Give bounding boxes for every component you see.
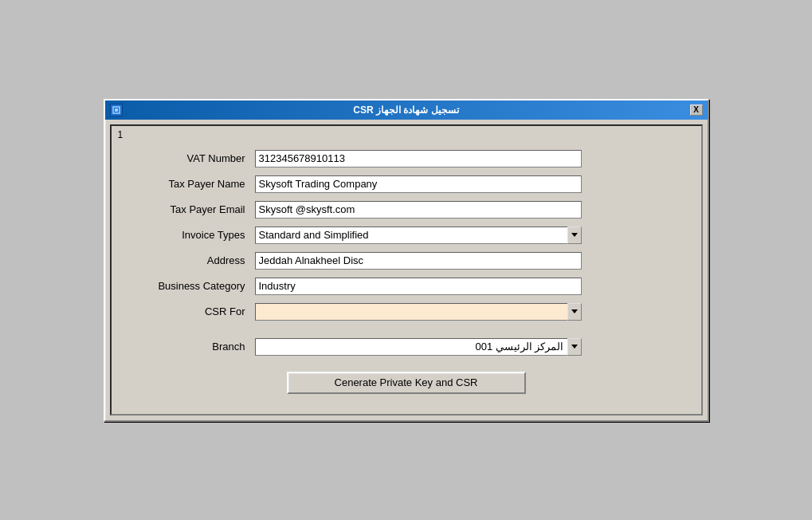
branch-label: Branch	[127, 341, 255, 353]
vat-number-row: VAT Number	[127, 150, 685, 167]
invoice-types-dropdown-btn[interactable]	[567, 227, 582, 244]
title-bar-controls: X	[690, 104, 703, 116]
csr-for-input[interactable]	[255, 303, 567, 321]
invoice-types-select-wrapper	[255, 227, 582, 244]
generate-button[interactable]: Cenerate Private Key and CSR	[287, 372, 526, 394]
invoice-types-input[interactable]	[255, 227, 567, 244]
tax-payer-email-row: Tax Payer Email	[127, 201, 685, 219]
branch-input[interactable]	[255, 338, 567, 356]
branch-select-wrapper	[255, 338, 582, 356]
close-icon: X	[693, 105, 699, 114]
csr-for-row: CSR For	[127, 303, 685, 321]
window-title: تسجيل شهادة الجهاز CSR	[353, 104, 458, 116]
tax-payer-name-label: Tax Payer Name	[127, 178, 255, 190]
svg-rect-1	[115, 108, 118, 112]
content-area: 1 VAT Number Tax Payer Name Tax Payer Em…	[110, 124, 703, 416]
tax-payer-email-input[interactable]	[255, 201, 582, 219]
invoice-types-row: Invoice Types	[127, 227, 685, 244]
vat-number-input[interactable]	[255, 150, 582, 167]
chevron-down-icon	[571, 233, 578, 237]
tax-payer-name-input[interactable]	[255, 175, 582, 193]
spacer	[127, 329, 685, 338]
csr-for-dropdown-btn[interactable]	[567, 303, 582, 321]
branch-dropdown-btn[interactable]	[567, 338, 582, 356]
business-category-input[interactable]	[255, 278, 582, 295]
form-container: VAT Number Tax Payer Name Tax Payer Emai…	[127, 150, 685, 394]
close-button[interactable]: X	[690, 104, 703, 116]
business-category-row: Business Category	[127, 278, 685, 295]
csr-for-select-wrapper	[255, 303, 582, 321]
csr-for-label: CSR For	[127, 305, 255, 317]
address-row: Address	[127, 252, 685, 270]
address-input[interactable]	[255, 252, 582, 270]
tax-payer-email-label: Tax Payer Email	[127, 203, 255, 215]
vat-number-label: VAT Number	[127, 152, 255, 164]
chevron-down-icon	[571, 345, 578, 349]
business-category-label: Business Category	[127, 280, 255, 292]
branch-row: Branch	[127, 338, 685, 356]
address-label: Address	[127, 254, 255, 266]
invoice-types-label: Invoice Types	[127, 229, 255, 241]
step-number: 1	[118, 129, 124, 140]
tax-payer-name-row: Tax Payer Name	[127, 175, 685, 193]
main-window: X تسجيل شهادة الجهاز CSR 1 VAT Number Ta…	[104, 99, 709, 422]
title-bar: X تسجيل شهادة الجهاز CSR	[105, 100, 708, 120]
chevron-down-icon	[571, 309, 578, 313]
window-icon	[110, 104, 123, 116]
